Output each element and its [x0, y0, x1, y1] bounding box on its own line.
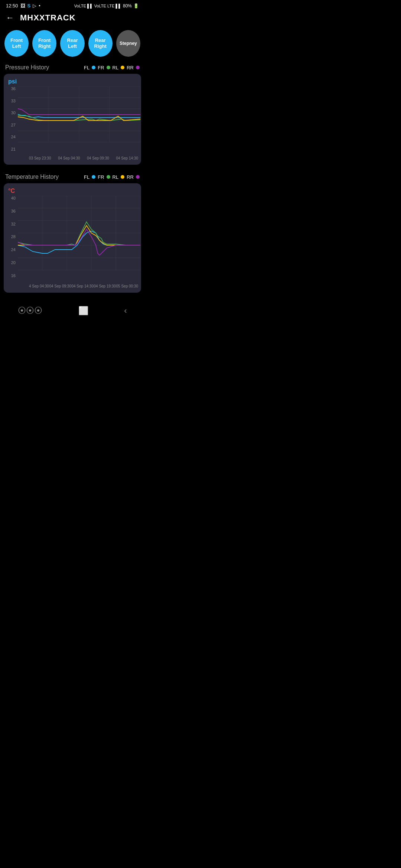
photo-icon: 🖼	[20, 3, 25, 9]
pressure-legend-fl-dot	[92, 66, 95, 69]
temp-legend-fr-label: FR	[98, 174, 104, 180]
pressure-svg	[18, 86, 140, 153]
temp-legend-rr-label: RR	[127, 174, 134, 180]
pressure-y-label: psi	[7, 78, 138, 85]
status-bar: 12:50 🖼 S ▷ • VoLTE ▌▌ VoLTE LTE ▌▌ 80% …	[0, 0, 145, 10]
nav-home-icon[interactable]: ⬜	[78, 306, 88, 316]
temp-legend-fl-label: FL	[84, 174, 89, 180]
status-left: 12:50 🖼 S ▷ •	[6, 3, 40, 9]
temperature-y-axis: 40 36 32 28 24 20 16	[7, 196, 17, 278]
temperature-history-header: Temperature History FL FR RL RR	[0, 172, 145, 183]
temperature-history-title: Temperature History	[5, 174, 59, 180]
pressure-legend-rr-dot	[136, 66, 140, 69]
back-button[interactable]: ←	[6, 13, 14, 23]
temp-legend-rl-dot	[121, 175, 124, 179]
battery-icon: 🔋	[133, 3, 139, 9]
temp-legend-rl-label: RL	[113, 174, 119, 180]
temperature-chart-area: 40 36 32 28 24 20 16	[7, 196, 138, 288]
pressure-legend-rl-dot	[121, 66, 124, 69]
pressure-chart-area: 36 33 30 27 24 21	[7, 86, 138, 160]
header: ← MHXXTRACK	[0, 10, 145, 27]
temp-legend-fl-dot	[92, 175, 95, 179]
temp-legend-fr-dot	[107, 175, 110, 179]
temperature-svg-wrap: 4 Sep 04:30 04 Sep 09:30 04 Sep 14:30 04…	[18, 196, 138, 288]
pressure-legend-rl-label: RL	[113, 65, 119, 70]
nav-menu-icon[interactable]: ⦿⦿⦿	[18, 306, 42, 316]
time: 12:50	[6, 3, 18, 9]
nav-back-icon[interactable]: ‹	[124, 306, 127, 316]
pressure-legend: FL FR RL RR	[84, 65, 140, 70]
pressure-svg-wrap: 03 Sep 23:30 04 Sep 04:30 04 Sep 09:30 0…	[18, 86, 138, 160]
pressure-history-header: Pressure History FL FR RL RR	[0, 63, 145, 74]
pressure-legend-fr-dot	[107, 66, 110, 69]
battery: 80%	[123, 3, 132, 9]
nav-bar: ⦿⦿⦿ ⬜ ‹	[0, 300, 145, 325]
tire-btn-rl[interactable]: RearLeft	[60, 30, 84, 57]
network-icons: VoLTE ▌▌ VoLTE LTE ▌▌	[74, 4, 121, 8]
temperature-x-axis: 4 Sep 04:30 04 Sep 09:30 04 Sep 14:30 04…	[29, 283, 138, 288]
tire-buttons: FrontLeft FrontRight RearLeft RearRight …	[0, 27, 145, 63]
play-icon: ▷	[33, 3, 36, 9]
page-title: MHXXTRACK	[20, 13, 76, 23]
pressure-legend-fr-label: FR	[98, 65, 104, 70]
status-right: VoLTE ▌▌ VoLTE LTE ▌▌ 80% 🔋	[74, 3, 139, 9]
pressure-chart-container: psi 36 33 30 27 24 21	[4, 74, 141, 165]
pressure-y-axis: 36 33 30 27 24 21	[7, 86, 17, 151]
temperature-legend: FL FR RL RR	[84, 174, 140, 180]
tire-btn-fl[interactable]: FrontLeft	[4, 30, 29, 57]
pressure-legend-fl-label: FL	[84, 65, 89, 70]
dot-icon: •	[39, 3, 40, 9]
temperature-y-label: °C	[7, 188, 138, 194]
tire-btn-stepney[interactable]: Stepney	[116, 30, 140, 57]
pressure-x-axis: 03 Sep 23:30 04 Sep 04:30 04 Sep 09:30 0…	[29, 155, 138, 160]
pressure-history-title: Pressure History	[5, 64, 49, 71]
s-icon: S	[27, 3, 31, 9]
temperature-chart-container: °C 40 36 32 28 24 20 16	[4, 183, 141, 293]
temperature-svg	[18, 196, 140, 281]
tire-btn-fr[interactable]: FrontRight	[32, 30, 56, 57]
temp-legend-rr-dot	[136, 175, 140, 179]
pressure-legend-rr-label: RR	[127, 65, 134, 70]
tire-btn-rr[interactable]: RearRight	[88, 30, 113, 57]
